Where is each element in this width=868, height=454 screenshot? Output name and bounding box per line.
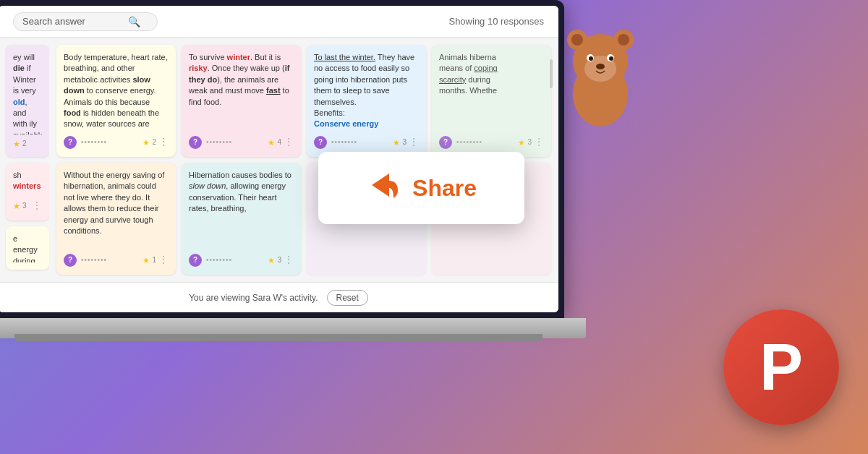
svg-point-4 <box>571 34 583 46</box>
card-2-star-icon: ★ <box>268 137 275 148</box>
left-card-3: e energy during <box>6 226 49 270</box>
left-card-3-text: e energy during <box>13 234 42 262</box>
card-3-star-count: 3 <box>402 137 407 147</box>
card-6: Hibernation causes bodies to slow down, … <box>182 163 301 275</box>
card-3-footer-row: ? •••••••• <box>314 136 357 149</box>
card-6-star-icon: ★ <box>268 255 275 266</box>
card-4-star-count: 3 <box>527 137 532 147</box>
card-1-stars: ★ 2 ⋮ <box>142 135 169 150</box>
card-5-footer: ? •••••••• ★ 1 ⋮ <box>64 253 169 267</box>
card-3-star-icon: ★ <box>393 137 400 148</box>
card-4: Animals hibernameans of copingscarcity d… <box>432 45 551 157</box>
share-text: Share <box>412 175 477 202</box>
card-3-text: To last the winter. They have no access … <box>314 52 419 131</box>
card-6-more[interactable]: ⋮ <box>284 253 294 267</box>
left-card-2-text: sh winters weather is d food sources <box>13 170 42 194</box>
card-2-text: To survive winter. But it is risky. Once… <box>189 52 294 131</box>
svg-point-10 <box>609 56 613 61</box>
card-3-more[interactable]: ⋮ <box>409 135 419 150</box>
share-popup: Share <box>318 152 524 224</box>
card-5: Without the energy saving of hibernation… <box>56 163 176 275</box>
card-1-text: Body temperature, heart rate, breathing,… <box>64 52 169 131</box>
card-5-footer-row: ? •••••••• <box>64 254 107 267</box>
scroll-bar <box>550 59 553 88</box>
laptop-foot <box>14 334 542 341</box>
card-3-avatar: ? <box>314 136 327 149</box>
viewing-text: You are viewing Sara W's activity. <box>189 293 318 303</box>
card-1-avatar: ? <box>64 136 77 149</box>
left-card-2-more[interactable]: ⋮ <box>32 199 42 213</box>
card-4-footer-row: ? •••••••• <box>439 136 482 149</box>
card-6-text: Hibernation causes bodies to slow down, … <box>189 170 294 249</box>
card-6-stars: ★ 3 ⋮ <box>268 253 294 267</box>
bottom-bar: You are viewing Sara W's activity. Reset <box>0 282 558 312</box>
card-6-avatar: ? <box>189 254 202 267</box>
search-input[interactable] <box>22 16 124 27</box>
left-card-1-footer: ★ 2 <box>13 139 42 150</box>
card-4-dots: •••••••• <box>456 137 482 147</box>
left-card-2-footer: ★ 3 ⋮ <box>13 199 42 213</box>
card-5-avatar: ? <box>64 254 77 267</box>
card-5-star-count: 1 <box>152 255 156 265</box>
card-6-star-count: 3 <box>277 255 281 265</box>
card-1-dots: •••••••• <box>81 137 107 147</box>
card-4-text: Animals hibernameans of copingscarcity d… <box>439 52 544 131</box>
top-bar: 🔍 Showing 10 responses <box>0 6 558 38</box>
card-3: To last the winter. They have no access … <box>307 45 426 157</box>
svg-point-5 <box>618 34 629 46</box>
ppt-letter: P <box>760 335 803 400</box>
card-1: Body temperature, heart rate, breathing,… <box>56 45 176 157</box>
powerpoint-logo: P <box>723 309 839 425</box>
card-2-footer-row: ? •••••••• <box>189 136 232 149</box>
card-1-footer-row: ? •••••••• <box>64 136 107 149</box>
card-4-avatar: ? <box>439 136 452 149</box>
card-3-footer: ? •••••••• ★ 3 ⋮ <box>314 135 419 150</box>
card-1-more[interactable]: ⋮ <box>158 135 169 150</box>
card-5-text: Without the energy saving of hibernation… <box>64 170 169 249</box>
share-icon <box>366 168 401 209</box>
card-6-footer-row: ? •••••••• <box>189 254 232 267</box>
card-4-stars: ★ 3 ⋮ <box>518 135 544 150</box>
card-2-more[interactable]: ⋮ <box>284 135 294 150</box>
card-4-star-icon: ★ <box>518 137 525 148</box>
card-6-footer: ? •••••••• ★ 3 ⋮ <box>189 253 294 267</box>
card-2-stars: ★ 4 ⋮ <box>268 135 294 150</box>
left-card-1-stars: ★ 2 <box>13 139 27 150</box>
search-icon: 🔍 <box>128 16 140 27</box>
reset-button[interactable]: Reset <box>327 290 368 306</box>
card-2-dots: •••••••• <box>206 137 232 147</box>
card-2: To survive winter. But it is risky. Once… <box>182 45 301 157</box>
svg-point-9 <box>589 56 593 61</box>
card-1-star-icon: ★ <box>142 137 150 148</box>
card-3-dots: •••••••• <box>331 137 357 147</box>
card-6-dots: •••••••• <box>206 255 232 265</box>
card-5-more[interactable]: ⋮ <box>158 253 169 267</box>
responses-count: Showing 10 responses <box>448 16 544 27</box>
card-4-footer: ? •••••••• ★ 3 ⋮ <box>439 135 544 150</box>
card-4-more[interactable]: ⋮ <box>534 135 544 150</box>
bear-mascot <box>557 14 644 130</box>
card-1-footer: ? •••••••• ★ 2 ⋮ <box>64 135 169 150</box>
card-3-stars: ★ 3 ⋮ <box>393 135 419 150</box>
left-card-2: sh winters weather is d food sources ★ 3… <box>6 163 49 220</box>
card-2-footer: ? •••••••• ★ 4 ⋮ <box>189 135 294 150</box>
card-5-star-icon: ★ <box>142 255 150 266</box>
svg-point-11 <box>596 64 605 69</box>
card-1-star-count: 2 <box>152 137 156 147</box>
card-5-stars: ★ 1 ⋮ <box>142 253 169 267</box>
search-box[interactable]: 🔍 <box>13 12 158 31</box>
card-2-avatar: ? <box>189 136 202 149</box>
left-card-1-text: ey will die if Winter is very old, and w… <box>13 52 42 134</box>
left-card-2-stars: ★ 3 <box>13 201 27 212</box>
ppt-circle: P <box>723 309 839 425</box>
card-5-dots: •••••••• <box>81 255 107 265</box>
left-card-1: ey will die if Winter is very old, and w… <box>6 45 49 157</box>
card-2-star-count: 4 <box>277 137 281 147</box>
